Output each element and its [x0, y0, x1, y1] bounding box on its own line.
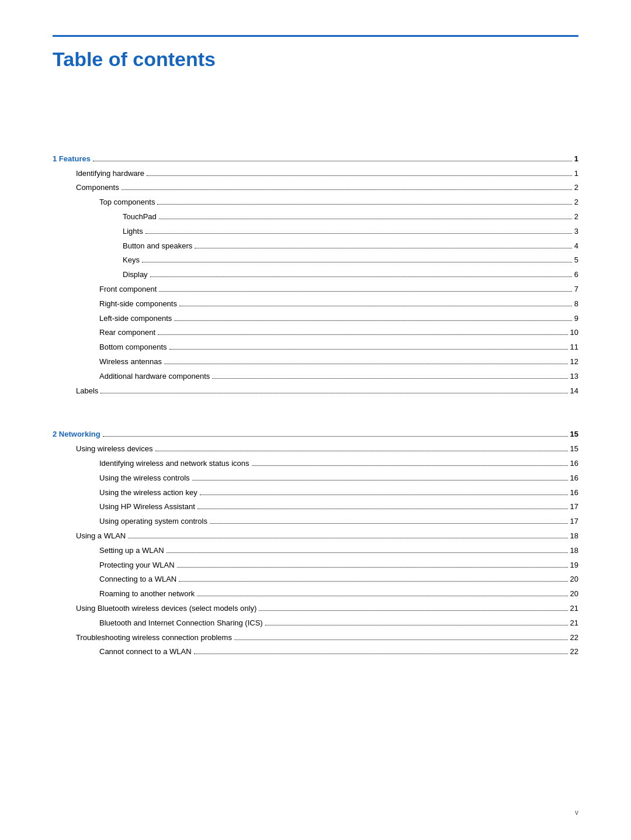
toc-entry: Setting up a WLAN18 [53, 545, 578, 557]
toc-entry: Connecting to a WLAN20 [53, 573, 578, 586]
toc-dots [179, 306, 572, 306]
toc-page-number: 12 [570, 356, 578, 368]
toc-page-number: 6 [574, 269, 578, 281]
toc-entry-text: Wireless antennas [99, 356, 162, 368]
section-gap [53, 414, 578, 428]
toc-entry: 2 Networking15 [53, 428, 578, 441]
toc-page-number: 1 [574, 168, 578, 180]
toc-entry-text: Labels [76, 385, 98, 397]
toc-dots [259, 610, 567, 611]
toc-dots [197, 509, 568, 509]
toc-entry: Troubleshooting wireless connection prob… [53, 632, 578, 644]
toc-entry: Cannot connect to a WLAN22 [53, 646, 578, 658]
toc-page-number: 9 [574, 313, 578, 325]
toc-entry-text: Protecting your WLAN [99, 559, 175, 572]
toc-dots [252, 465, 568, 466]
toc-page-number: 20 [570, 588, 578, 600]
toc-entry: Labels14 [53, 385, 578, 397]
toc-dots [128, 538, 567, 538]
toc-dots [164, 364, 568, 364]
toc-entry-text: Roaming to another network [99, 588, 195, 600]
toc-dots [145, 233, 572, 234]
toc-entry: Top components2 [53, 196, 578, 209]
toc-dots [192, 480, 568, 481]
toc-entry: Using the wireless controls16 [53, 472, 578, 485]
toc-page-number: 8 [574, 298, 578, 310]
toc-page-number: 17 [570, 516, 578, 528]
toc-entry: Using operating system controls17 [53, 516, 578, 528]
toc-dots [212, 378, 567, 379]
toc-entry-text: Bluetooth and Internet Connection Sharin… [99, 617, 263, 630]
toc-page-number: 17 [570, 501, 578, 513]
toc-entry: Additional hardware components13 [53, 371, 578, 383]
toc-entry-text: Top components [99, 196, 155, 209]
toc-dots [159, 219, 572, 219]
toc-dots [93, 161, 572, 161]
toc-entry-text: Connecting to a WLAN [99, 573, 176, 586]
toc-dots [159, 291, 571, 292]
toc-dots [158, 334, 567, 335]
toc-dots [142, 262, 572, 262]
toc-dots [174, 320, 571, 321]
toc-page-number: 7 [574, 284, 578, 296]
toc-entry-text: Rear component [99, 327, 155, 339]
toc-dots [200, 495, 568, 495]
toc-entry-text: Identifying wireless and network status … [99, 458, 249, 470]
toc-entry-text: Keys [123, 254, 140, 267]
toc-page-number: 3 [574, 226, 578, 238]
toc-page-number: 13 [570, 371, 578, 383]
footer-page-number: v [575, 808, 578, 817]
toc-page-number: 5 [574, 254, 578, 267]
toc-dots [195, 248, 572, 248]
toc-entry: Left-side components9 [53, 313, 578, 325]
toc-page-number: 18 [570, 545, 578, 557]
toc-section: 1 Features1Identifying hardware1Componen… [53, 153, 578, 397]
toc-entry: Bottom components11 [53, 341, 578, 354]
toc-entry-text: Using a WLAN [76, 530, 126, 542]
toc-entry: Roaming to another network20 [53, 588, 578, 600]
toc-page-number: 11 [570, 341, 578, 354]
toc-entry: Using a WLAN18 [53, 530, 578, 542]
top-border [53, 35, 578, 37]
toc-dots [103, 436, 568, 437]
toc-section: 2 Networking15Using wireless devices15Id… [53, 428, 578, 658]
toc-dots [210, 523, 568, 524]
toc-entry-text: Bottom components [99, 341, 167, 354]
toc-entry-text: Left-side components [99, 313, 172, 325]
toc-dots [265, 625, 568, 625]
toc-entry-text: Using Bluetooth wireless devices (select… [76, 603, 256, 615]
toc-entry: Rear component10 [53, 327, 578, 339]
toc-entry-text: Identifying hardware [76, 168, 144, 180]
toc-page-number: 21 [570, 617, 578, 630]
toc-entry-text: Display [123, 269, 148, 281]
toc-entry-text: Using the wireless controls [99, 472, 190, 485]
toc-page-number: 22 [570, 646, 578, 658]
toc-page-number: 2 [574, 211, 578, 223]
toc-entry-text: Lights [123, 226, 143, 238]
toc-dots [169, 349, 568, 350]
toc-entry: Right-side components8 [53, 298, 578, 310]
toc-entry: Bluetooth and Internet Connection Sharin… [53, 617, 578, 630]
toc-dots [194, 654, 568, 654]
toc-entry-text: Using operating system controls [99, 516, 207, 528]
toc-dots [157, 204, 571, 205]
toc-entry-text: Front component [99, 284, 157, 296]
toc-entry-text: Troubleshooting wireless connection prob… [76, 632, 232, 644]
toc-entry-text: Using HP Wireless Assistant [99, 501, 195, 513]
toc-entry: Using HP Wireless Assistant17 [53, 501, 578, 513]
toc-page-number: 19 [570, 559, 578, 572]
toc-entry: Button and speakers4 [53, 240, 578, 253]
toc-entry-text: 2 Networking [53, 428, 100, 441]
toc-page-number: 16 [570, 487, 578, 499]
toc-page-number: 14 [570, 385, 578, 397]
toc-entry: Using wireless devices15 [53, 443, 578, 455]
toc-dots [179, 581, 567, 582]
toc-entry: TouchPad2 [53, 211, 578, 223]
toc-entry: 1 Features1 [53, 153, 578, 165]
toc-entry: Keys5 [53, 254, 578, 267]
toc-entry: Identifying wireless and network status … [53, 458, 578, 470]
toc-entry-text: Setting up a WLAN [99, 545, 164, 557]
toc-page-number: 4 [574, 240, 578, 253]
toc-page-number: 22 [570, 632, 578, 644]
toc-entry-text: 1 Features [53, 153, 91, 165]
